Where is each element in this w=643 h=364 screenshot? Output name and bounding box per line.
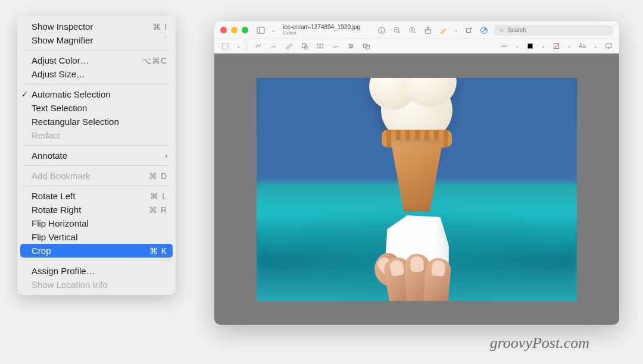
menu-item-label: Rotate Left: [32, 191, 75, 201]
image-content: [257, 78, 577, 301]
menu-item-shortcut: ⌘ K: [149, 246, 167, 256]
highlight-dropdown-button[interactable]: ⌄: [454, 25, 458, 36]
zoom-in-button[interactable]: [407, 25, 418, 36]
search-field[interactable]: [494, 25, 613, 36]
watermark: groovyPost.com: [490, 334, 589, 352]
search-icon: [499, 27, 504, 33]
window-controls: [220, 27, 248, 33]
adjust-color-button[interactable]: [346, 42, 355, 51]
selection-tool-button[interactable]: [220, 42, 230, 51]
shapes-button[interactable]: [299, 42, 309, 51]
menu-item-label: Crop: [32, 246, 51, 256]
search-input[interactable]: [507, 27, 608, 33]
menu-item-adjust-size[interactable]: Adjust Size…: [17, 67, 176, 81]
border-color-button[interactable]: [525, 42, 535, 51]
menu-item-rectangular-selection[interactable]: Rectangular Selection: [17, 115, 176, 128]
menu-item-show-location-info: Show Location Info: [17, 278, 176, 291]
window-title: ice-cream-1274894_1920.jpg: [283, 24, 372, 30]
menu-item-label: Add Bookmark: [32, 171, 90, 181]
adjust-size-button[interactable]: [361, 42, 371, 51]
menu-item-rotate-left[interactable]: Rotate Left ⌘ L: [17, 189, 176, 203]
svg-rect-0: [257, 27, 264, 33]
border-dropdown-button[interactable]: ⌄: [514, 42, 519, 51]
svg-line-17: [502, 31, 504, 32]
menu-item-label: Redact: [32, 130, 60, 140]
menu-separator: [23, 145, 170, 146]
draw-button[interactable]: [284, 42, 294, 51]
menu-item-shortcut: ⌘ L: [150, 192, 167, 201]
title-block: ice-cream-1274894_1920.jpg Edited: [280, 24, 372, 36]
border-color-dropdown-button[interactable]: ⌄: [541, 42, 545, 51]
markup-toolbar: ⌄ A ⌄ ⌄ ⌄ Aa ⌄: [214, 39, 619, 54]
zoom-out-button[interactable]: [392, 25, 402, 36]
fill-color-button[interactable]: [551, 42, 561, 51]
menu-separator: [23, 84, 170, 84]
info-button[interactable]: [376, 25, 387, 36]
chevron-right-icon: ›: [165, 152, 167, 160]
svg-point-3: [381, 28, 382, 29]
minimize-icon[interactable]: [231, 27, 238, 33]
svg-rect-35: [605, 43, 611, 48]
sign-button[interactable]: [330, 42, 340, 51]
svg-text:A: A: [319, 45, 321, 48]
menu-separator: [23, 165, 170, 166]
menu-item-show-magnifier[interactable]: Show Magnifier `: [17, 33, 176, 47]
view-dropdown-button[interactable]: ⌄: [271, 25, 276, 36]
sketch-button[interactable]: [269, 42, 278, 51]
zoom-icon[interactable]: [242, 27, 248, 33]
menu-item-automatic-selection[interactable]: ✓ Automatic Selection: [17, 87, 176, 101]
svg-point-26: [349, 44, 350, 45]
menu-item-text-selection[interactable]: Text Selection: [17, 101, 176, 115]
menu-item-label: Assign Profile…: [32, 266, 95, 276]
markup-button[interactable]: [479, 25, 489, 36]
highlight-button[interactable]: [438, 25, 449, 36]
menu-item-adjust-color[interactable]: Adjust Color… ⌥⌘C: [17, 54, 176, 67]
text-button[interactable]: A: [315, 42, 324, 51]
menu-item-shortcut: `: [164, 36, 167, 45]
close-icon[interactable]: [220, 27, 227, 33]
menu-item-label: Adjust Color…: [32, 55, 89, 65]
rotate-button[interactable]: [463, 25, 474, 36]
menu-item-annotate[interactable]: Annotate ›: [17, 149, 176, 162]
menu-item-flip-vertical[interactable]: Flip Vertical: [17, 230, 176, 244]
menu-item-shortcut: ⌘ R: [149, 205, 167, 215]
menu-item-label: Show Location Info: [32, 280, 108, 290]
instant-alpha-button[interactable]: [253, 42, 263, 51]
annotate-button[interactable]: [604, 42, 613, 51]
menu-item-label: Text Selection: [32, 103, 87, 113]
menu-item-label: Flip Vertical: [32, 232, 78, 242]
sidebar-toggle-button[interactable]: [255, 25, 266, 36]
menu-item-label: Adjust Size…: [32, 69, 85, 79]
menu-item-label: Automatic Selection: [32, 89, 111, 99]
menu-item-shortcut: ⌥⌘C: [142, 56, 167, 65]
menu-item-rotate-right[interactable]: Rotate Right ⌘ R: [17, 203, 176, 216]
tools-menu: Show Inspector ⌘ I Show Magnifier ` Adju…: [17, 16, 176, 295]
menu-item-add-bookmark: Add Bookmark ⌘ D: [17, 169, 176, 183]
menu-item-show-inspector[interactable]: Show Inspector ⌘ I: [17, 20, 176, 33]
border-style-button[interactable]: [499, 42, 508, 51]
text-style-dropdown-button[interactable]: ⌄: [593, 42, 598, 51]
preview-window: ⌄ ice-cream-1274894_1920.jpg Edited ⌄ ⌄ …: [214, 21, 619, 325]
text-style-button[interactable]: Aa: [578, 42, 587, 51]
svg-rect-14: [467, 28, 471, 32]
selection-dropdown-button[interactable]: ⌄: [236, 42, 241, 51]
menu-item-crop[interactable]: Crop ⌘ K: [20, 244, 173, 258]
svg-point-28: [349, 47, 351, 48]
menu-item-label: Flip Horizontal: [32, 218, 89, 228]
menu-item-label: Show Magnifier: [32, 35, 93, 45]
menu-item-assign-profile[interactable]: Assign Profile…: [17, 264, 176, 278]
image-canvas[interactable]: [214, 54, 619, 325]
share-button[interactable]: [423, 25, 433, 36]
svg-point-27: [351, 45, 352, 46]
svg-rect-18: [222, 43, 228, 49]
menu-item-label: Rectangular Selection: [32, 117, 119, 127]
fill-color-dropdown-button[interactable]: ⌄: [567, 42, 572, 51]
svg-rect-4: [381, 30, 382, 32]
svg-line-6: [398, 32, 400, 33]
svg-point-16: [500, 29, 503, 32]
check-icon: ✓: [21, 90, 28, 99]
edited-status: Edited: [283, 31, 372, 36]
menu-item-shortcut: ⌘ I: [152, 22, 167, 32]
menu-item-flip-horizontal[interactable]: Flip Horizontal: [17, 216, 176, 230]
menu-separator: [23, 50, 170, 51]
